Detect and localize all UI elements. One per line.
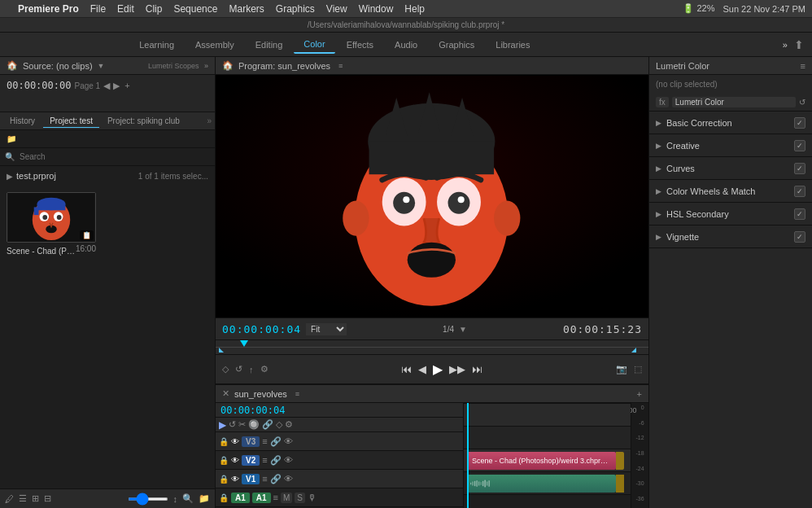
track-eye-v2[interactable]: 👁 — [284, 455, 293, 465]
menu-view[interactable]: View — [326, 3, 347, 15]
playhead-marker[interactable] — [240, 340, 248, 347]
close-timeline-icon[interactable]: ✕ — [222, 388, 229, 399]
section-check-creative[interactable]: ✓ — [794, 140, 805, 151]
sort-icon[interactable]: ↕ — [173, 494, 178, 504]
project-folder-item[interactable]: ▶ test.prproj 1 of 1 items selec... — [0, 169, 215, 182]
program-menu-icon[interactable]: ≡ — [338, 62, 343, 70]
export-icon[interactable]: ⬆ — [794, 38, 804, 51]
wrench-icon[interactable]: ⚙ — [285, 419, 293, 430]
workspace-more-icon[interactable]: » — [783, 40, 788, 50]
section-check-hsl[interactable]: ✓ — [794, 208, 805, 220]
camera-icon[interactable]: 📷 — [616, 364, 627, 374]
menu-clip[interactable]: Clip — [146, 3, 163, 15]
menu-sequence[interactable]: Sequence — [173, 3, 217, 15]
freeform-view-icon[interactable]: ⊟ — [44, 493, 51, 504]
track-settings-v1[interactable]: ≡ — [262, 474, 267, 484]
track-link-v1[interactable]: 🔗 — [270, 474, 282, 484]
lumetri-section-curves[interactable]: ▶ Curves ✓ — [649, 157, 812, 180]
section-check-curves[interactable]: ✓ — [794, 163, 805, 174]
lumetri-section-basic[interactable]: ▶ Basic Correction ✓ — [649, 112, 812, 134]
tab-editing[interactable]: Editing — [246, 37, 293, 53]
ripple-delete-icon[interactable]: ↺ — [229, 419, 236, 430]
clip-a1-handle[interactable] — [616, 475, 624, 493]
track-eye-v1[interactable]: 👁 — [284, 474, 293, 484]
step-fwd-btn[interactable]: ▶▶ — [449, 363, 465, 375]
zoom-slider[interactable] — [128, 497, 168, 501]
tab-learning[interactable]: Learning — [129, 37, 184, 53]
menu-markers[interactable]: Markers — [229, 3, 264, 15]
section-check-vignette[interactable]: ✓ — [794, 231, 805, 243]
source-step-fwd[interactable]: ▶ — [113, 81, 120, 91]
eye-v1[interactable]: 👁 — [231, 475, 239, 484]
source-step-back[interactable]: ◀ — [103, 81, 110, 91]
mute-a1[interactable]: M — [281, 493, 292, 503]
tab-color[interactable]: Color — [294, 36, 334, 54]
tab-audio[interactable]: Audio — [385, 37, 427, 53]
lock-a1[interactable]: 🔒 — [219, 493, 229, 502]
project-tabs-more[interactable]: » — [207, 116, 212, 125]
new-item-icon[interactable]: 🖊 — [5, 494, 14, 504]
new-bin-icon[interactable]: 📁 — [7, 134, 16, 143]
lock-v3[interactable]: 🔒 — [219, 437, 229, 446]
search-icon-bottom[interactable]: 🔍 — [182, 493, 194, 504]
source-add[interactable]: + — [124, 81, 129, 90]
lumetri-section-vignette[interactable]: ▶ Vignette ✓ — [649, 226, 812, 248]
new-bin-icon-bottom[interactable]: 📁 — [199, 493, 210, 504]
track-settings-v2[interactable]: ≡ — [262, 455, 267, 465]
tab-history[interactable]: History — [3, 115, 41, 127]
tab-effects[interactable]: Effects — [337, 37, 383, 53]
track-v2-row[interactable] — [464, 427, 631, 449]
program-timecode-left[interactable]: 00:00:00:04 — [222, 323, 301, 335]
track-v3-row[interactable] — [464, 404, 631, 427]
search-input[interactable] — [20, 152, 210, 161]
solo-a1[interactable]: S — [295, 493, 305, 503]
tab-assembly[interactable]: Assembly — [186, 37, 244, 53]
timeline-menu-icon[interactable]: ≡ — [295, 390, 299, 398]
linked-icon[interactable]: 🔗 — [262, 419, 273, 430]
section-check-colorwheels[interactable]: ✓ — [794, 186, 805, 197]
go-to-out-btn[interactable]: ⏭ — [472, 363, 482, 375]
clip-a1[interactable] — [467, 475, 616, 493]
source-monitor-arrow[interactable]: ▼ — [98, 62, 105, 70]
timeline-add-track[interactable]: + — [637, 389, 642, 399]
tab-libraries[interactable]: Libraries — [486, 37, 539, 53]
thumbnail-item[interactable]: 📋 Scene - Chad (Photoshop)/... 16:00 — [7, 192, 96, 256]
timeline-timecode[interactable]: 00:00:00:04 — [220, 405, 285, 416]
extract-icon[interactable]: ↺ — [235, 364, 242, 374]
marker-icon[interactable]: ◇ — [276, 419, 282, 430]
lumetri-section-hsl[interactable]: ▶ HSL Secondary ✓ — [649, 203, 812, 226]
tab-project-test[interactable]: Project: test — [43, 115, 99, 128]
lumetri-section-creative[interactable]: ▶ Creative ✓ — [649, 134, 812, 157]
menu-graphics[interactable]: Graphics — [276, 3, 315, 15]
go-to-in-btn[interactable]: ⏮ — [401, 363, 412, 375]
fx-reset-btn[interactable]: ↺ — [799, 98, 805, 107]
razor-tool[interactable]: ✂ — [238, 419, 246, 430]
clip-v1-handle[interactable] — [616, 452, 624, 470]
lift-icon[interactable]: ↑ — [249, 365, 254, 374]
play-btn[interactable]: ▶ — [433, 361, 443, 377]
fx-name-input[interactable] — [672, 97, 796, 107]
clip-v1[interactable]: Scene - Chad (Photoshop)/weird 3.chproj … — [467, 452, 616, 470]
settings-icon[interactable]: ⚙ — [260, 364, 268, 374]
eye-v3[interactable]: 👁 — [231, 437, 239, 446]
tab-project-spiking[interactable]: Project: spiking club — [101, 115, 186, 127]
section-check-basic[interactable]: ✓ — [794, 117, 805, 129]
track-eye-v3[interactable]: 👁 — [284, 436, 293, 446]
fx-button[interactable]: fx — [656, 97, 669, 107]
icon-view-icon[interactable]: ⊞ — [32, 493, 39, 504]
track-link-v2[interactable]: 🔗 — [270, 455, 282, 466]
program-playbar[interactable] — [216, 340, 648, 355]
menu-window[interactable]: Window — [359, 3, 394, 15]
menu-edit[interactable]: Edit — [117, 3, 134, 15]
tab-graphics[interactable]: Graphics — [429, 37, 484, 53]
eye-v2[interactable]: 👁 — [231, 456, 239, 465]
lumetri-section-colorwheels[interactable]: ▶ Color Wheels & Match ✓ — [649, 180, 812, 203]
menu-file[interactable]: File — [90, 3, 106, 15]
menu-help[interactable]: Help — [404, 3, 425, 15]
track-settings-v3[interactable]: ≡ — [262, 436, 267, 446]
add-marker-icon[interactable]: ◇ — [222, 364, 229, 374]
step-back-btn[interactable]: ◀ — [418, 363, 426, 375]
zoom-select[interactable]: Fit 25% 50% 75% 100% — [306, 323, 347, 335]
lumetri-menu-icon[interactable]: ≡ — [801, 61, 805, 71]
track-v1-row[interactable]: Scene - Chad (Photoshop)/weird 3.chproj … — [464, 449, 631, 472]
